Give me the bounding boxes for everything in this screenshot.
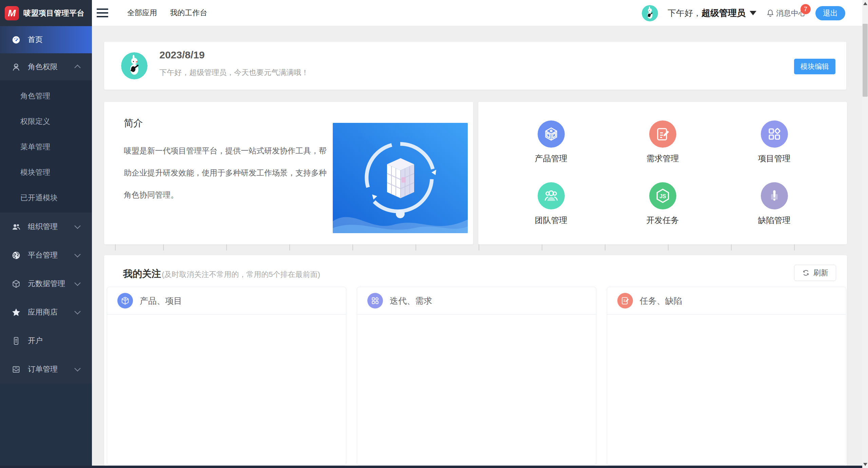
brand[interactable]: M 唛盟项目管理平台 <box>0 0 92 26</box>
sidebar-subitem-label: 菜单管理 <box>20 142 50 152</box>
topnav-my-workbench[interactable]: 我的工作台 <box>170 8 207 18</box>
app-item-requirement[interactable]: 需求管理 <box>647 120 679 164</box>
app-item-devtask[interactable]: JS 开发任务 <box>647 182 679 226</box>
sidebar-subitem-role-management[interactable]: 角色管理 <box>0 83 92 109</box>
watch-card-label: 产品、项目 <box>140 295 182 306</box>
sidebar-item-app-store[interactable]: 应用商店 <box>0 298 92 326</box>
watch-card-header: 产品、项目 <box>107 287 346 315</box>
account-book-icon <box>12 336 21 345</box>
my-watch-panel: 我的关注 (及时取消关注不常用的，常用的5个排在最前面) 刷新 产品、项目 <box>104 255 847 466</box>
background-gridline-ticks <box>104 244 846 250</box>
brand-logo-icon: M <box>5 6 19 20</box>
dashboard-icon <box>12 35 21 44</box>
app-root: M 唛盟项目管理平台 首页 角色权限 角色管理 权限定义 菜单管理 <box>0 0 868 468</box>
sidebar-item-orders[interactable]: 订单管理 <box>0 355 92 383</box>
brand-title: 唛盟项目管理平台 <box>23 8 84 18</box>
app-label: 团队管理 <box>535 215 567 226</box>
vertical-scrollbar[interactable] <box>862 0 868 468</box>
project-grid-icon <box>761 120 788 148</box>
user-greeting[interactable]: 下午好， 超级管理员 <box>668 7 756 19</box>
apps-grid: 产品管理 需求管理 项目管理 <box>478 102 847 244</box>
defect-exclamation-icon <box>761 182 788 209</box>
devtask-hexagon-icon: JS <box>649 182 676 209</box>
sidebar-item-label: 平台管理 <box>28 250 58 260</box>
sidebar-subitem-opened-modules[interactable]: 已开通模块 <box>0 185 92 210</box>
watch-card-header: 任务、缺陷 <box>607 287 846 315</box>
app-item-product[interactable]: 产品管理 <box>535 120 567 164</box>
sidebar-item-home[interactable]: 首页 <box>0 26 92 53</box>
watch-cards: 产品、项目 迭代、需求 <box>107 287 846 466</box>
chevron-down-icon <box>74 251 80 257</box>
sidebar-item-label: 首页 <box>28 35 43 45</box>
sidebar-subitem-module-management[interactable]: 模块管理 <box>0 160 92 185</box>
logout-button[interactable]: 退出 <box>815 6 845 20</box>
message-center[interactable]: 消息中心 7 <box>766 8 806 18</box>
sidebar-subitem-label: 模块管理 <box>20 167 50 177</box>
chevron-up-icon <box>74 64 80 71</box>
refresh-label: 刷新 <box>813 268 828 278</box>
sidebar-item-organization[interactable]: 组织管理 <box>0 212 92 241</box>
chevron-down-icon <box>74 223 80 229</box>
top-header: 全部应用 我的工作台 下午好， 超级管理员 消息中心 7 退出 <box>92 0 862 26</box>
chevron-down-icon <box>74 365 80 371</box>
user-avatar[interactable] <box>642 5 658 21</box>
refresh-button[interactable]: 刷新 <box>794 265 836 281</box>
sidebar-subitem-permission-definition[interactable]: 权限定义 <box>0 109 92 134</box>
sidebar-item-open-account[interactable]: 开户 <box>0 326 92 355</box>
app-item-defect[interactable]: 缺陷管理 <box>758 182 791 226</box>
bell-icon <box>766 9 775 18</box>
watch-card-label: 迭代、需求 <box>390 295 432 306</box>
header-right: 下午好， 超级管理员 消息中心 7 退出 <box>642 0 845 26</box>
sidebar-item-label: 元数据管理 <box>28 279 65 289</box>
watch-card-header: 迭代、需求 <box>357 287 596 315</box>
requirement-doc-icon <box>649 120 676 148</box>
welcome-date: 2023/8/19 <box>159 49 205 61</box>
sidebar-item-label: 开户 <box>28 336 43 346</box>
app-item-team[interactable]: 团队管理 <box>535 182 567 226</box>
sidebar-item-metadata[interactable]: 元数据管理 <box>0 269 92 298</box>
sidebar-menu-bottom: 组织管理 平台管理 元数据管理 应用商店 <box>0 212 92 383</box>
main-content: 2023/8/19 下午好，超级管理员，今天也要元气满满哦！ 模块编辑 简介 唛… <box>92 26 862 468</box>
sidebar: M 唛盟项目管理平台 首页 角色权限 角色管理 权限定义 菜单管理 <box>0 0 92 468</box>
sidebar-subitem-label: 已开通模块 <box>20 193 58 203</box>
welcome-message: 下午好，超级管理员，今天也要元气满满哦！ <box>159 68 309 78</box>
chevron-down-icon <box>74 308 80 314</box>
username: 超级管理员 <box>701 7 746 19</box>
requirement-doc-icon <box>617 293 633 308</box>
org-people-icon <box>12 222 21 231</box>
sidebar-item-platform[interactable]: 平台管理 <box>0 241 92 269</box>
watch-card-iteration-requirement[interactable]: 迭代、需求 <box>357 287 596 466</box>
watch-title: 我的关注 <box>123 267 161 280</box>
watch-subtitle: (及时取消关注不常用的，常用的5个排在最前面) <box>162 269 320 280</box>
sidebar-item-label: 角色权限 <box>28 62 58 72</box>
product-cube-icon <box>117 293 133 308</box>
scrollbar-thumb[interactable] <box>863 24 868 97</box>
intro-illustration <box>333 123 468 233</box>
team-people-icon <box>538 182 565 209</box>
svg-text:JS: JS <box>659 193 666 199</box>
app-label: 需求管理 <box>647 153 679 164</box>
metadata-cube-icon <box>12 279 21 288</box>
sidebar-menu-top: 首页 角色权限 角色管理 权限定义 菜单管理 模块管理 已开通模块 <box>0 26 92 212</box>
sidebar-item-label: 订单管理 <box>28 364 58 374</box>
watch-card-task-defect[interactable]: 任务、缺陷 <box>607 287 846 466</box>
watch-card-product-project[interactable]: 产品、项目 <box>107 287 346 466</box>
project-grid-icon <box>367 293 383 308</box>
refresh-icon <box>802 269 810 277</box>
order-box-icon <box>12 365 21 374</box>
app-item-project[interactable]: 项目管理 <box>758 120 791 164</box>
welcome-avatar <box>121 52 148 79</box>
app-label: 缺陷管理 <box>758 215 791 226</box>
module-edit-button[interactable]: 模块编辑 <box>794 59 835 74</box>
sidebar-item-role-permission[interactable]: 角色权限 <box>0 53 92 80</box>
sidebar-submenu-role: 角色管理 权限定义 菜单管理 模块管理 已开通模块 <box>0 80 92 212</box>
sidebar-filler <box>0 383 92 468</box>
watch-card-label: 任务、缺陷 <box>640 295 682 306</box>
hamburger-menu-icon[interactable] <box>97 8 108 17</box>
scrollbar-up-arrow-icon[interactable] <box>863 2 867 5</box>
chevron-down-icon <box>74 280 80 286</box>
topnav-all-apps[interactable]: 全部应用 <box>127 8 157 18</box>
scrollbar-down-arrow-icon[interactable] <box>863 463 867 466</box>
apps-card: 产品管理 需求管理 项目管理 <box>478 102 847 244</box>
sidebar-subitem-menu-management[interactable]: 菜单管理 <box>0 134 92 160</box>
